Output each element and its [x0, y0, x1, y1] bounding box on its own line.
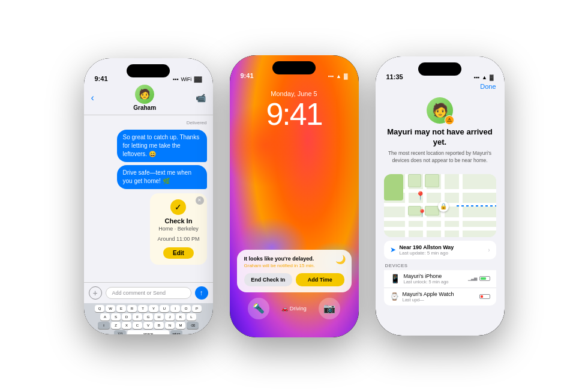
contact-avatar: 🧑 [135, 85, 154, 104]
kb-row-1: Q W E R T Y U I O P [86, 305, 211, 312]
message-input-bar: + Add comment or Send ↑ [84, 282, 213, 303]
alert-status-time: 11:35 [386, 73, 403, 80]
key-c[interactable]: C [133, 322, 142, 329]
alert-content: 🧑 ⚠ Mayuri may not have arrived yet. The… [376, 95, 505, 174]
key-h[interactable]: H [154, 313, 164, 321]
location-update: Last update: 5 min ago [400, 250, 485, 256]
add-attachment-button[interactable]: + [89, 286, 102, 300]
key-i[interactable]: I [170, 305, 180, 312]
devices-section: DEVICES 📱 Mayuri's iPhone Last unlock: 5… [384, 263, 496, 306]
notification-card: 🌙 It looks like you're delayed. Graham w… [237, 250, 352, 292]
key-k[interactable]: K [176, 313, 185, 321]
current-location-pin: 📍 [418, 209, 427, 217]
lockscreen-screen: 9:41 ▪▪▪ ▲ ▓ Monday, June 5 9:41 🌙 It lo… [230, 55, 359, 337]
key-j[interactable]: J [165, 313, 175, 321]
key-123[interactable]: 123 [114, 330, 126, 334]
devices-section-label: DEVICES [384, 263, 496, 268]
iphone-icon: 📱 [390, 274, 400, 283]
sent-message-2: Drive safe—text me when you get home! 🌿 [117, 165, 207, 189]
checkin-location: Home · Berkeley [157, 226, 199, 233]
checkin-close-button[interactable]: ✕ [196, 196, 204, 205]
key-n[interactable]: N [165, 322, 175, 329]
checkin-card: ✕ ✓ Check In Home · Berkeley Around 11:0… [150, 193, 206, 265]
alert-signal-icon: ▪▪▪ [473, 74, 479, 80]
key-u[interactable]: U [160, 305, 169, 312]
phone-lockscreen: 9:41 ▪▪▪ ▲ ▓ Monday, June 5 9:41 🌙 It lo… [230, 55, 359, 337]
key-g[interactable]: G [143, 313, 153, 321]
checkin-check-icon: ✓ [170, 199, 186, 215]
kb-row-4: 123 space return [86, 330, 211, 334]
notif-actions: End Check In Add Time [244, 273, 344, 286]
location-row[interactable]: ➤ Near 190 Allston Way Last update: 5 mi… [384, 241, 496, 259]
key-w[interactable]: W [106, 305, 115, 312]
key-p[interactable]: P [192, 305, 202, 312]
signal-bars: ▁▃▅ [468, 276, 477, 281]
wifi-icon: WiFi [181, 76, 191, 82]
messages-body: Delivered So great to catch up. Thanks f… [84, 115, 213, 270]
key-e[interactable]: E [116, 305, 126, 312]
location-info: Near 190 Allston Way Last update: 5 min … [400, 244, 485, 256]
done-button[interactable]: Done [480, 83, 496, 90]
key-q[interactable]: Q [95, 305, 104, 312]
key-b[interactable]: B [154, 322, 164, 329]
messages-screen: 9:41 ▪▪▪ WiFi ▓▓ ‹ 🧑 Graham 📹 Delivered [84, 58, 213, 334]
key-l[interactable]: L [187, 313, 196, 321]
key-a[interactable]: A [100, 313, 110, 321]
watch-battery-fill [481, 295, 484, 298]
alert-wifi-icon: ▲ [482, 74, 487, 80]
warning-badge: ⚠ [445, 115, 454, 125]
video-call-button[interactable]: 📹 [196, 93, 206, 103]
key-z[interactable]: Z [111, 322, 121, 329]
sent-message-1: So great to catch up. Thanks for letting… [117, 130, 207, 162]
flashlight-button[interactable]: 🔦 [248, 298, 269, 319]
key-return[interactable]: return [170, 330, 182, 334]
dynamic-island [127, 64, 170, 77]
battery-icon: ▓▓ [194, 76, 202, 82]
send-button[interactable]: ↑ [195, 286, 208, 300]
key-delete[interactable]: ⌫ [187, 322, 199, 329]
key-r[interactable]: R [127, 305, 137, 312]
watch-name: Mayuri's Apple Watch [403, 291, 475, 297]
iphone-name: Mayuri's iPhone [404, 273, 464, 279]
device-row-watch[interactable]: ⌚ Mayuri's Apple Watch Last upd— [384, 288, 496, 306]
add-time-button[interactable]: Add Time [296, 273, 344, 286]
contact-name: Graham [133, 104, 156, 111]
key-m[interactable]: M [176, 322, 185, 329]
location-icon: ➤ [390, 246, 396, 254]
key-space[interactable]: space [127, 330, 169, 334]
map-park [384, 174, 403, 201]
edit-button[interactable]: Edit [163, 247, 194, 259]
mayuri-avatar: 🧑 ⚠ [427, 97, 453, 124]
notif-title: It looks like you're delayed. [244, 256, 344, 262]
alert-status-icons: ▪▪▪ ▲ ▓ [473, 74, 493, 80]
lock-time: 9:41 [230, 96, 359, 132]
watch-update: Last upd— [403, 297, 475, 303]
message-input[interactable]: Add comment or Send [106, 287, 191, 299]
camera-button[interactable]: 📷 [319, 298, 340, 319]
road-h4 [384, 227, 496, 231]
road-h3 [384, 217, 496, 221]
end-checkin-button[interactable]: End Check In [244, 273, 293, 286]
alert-battery-icon: ▓ [490, 74, 494, 80]
back-button[interactable]: ‹ [91, 92, 94, 103]
battery-fill [481, 277, 487, 280]
location-trail [457, 205, 496, 207]
key-s[interactable]: S [111, 313, 121, 321]
status-time: 9:41 [95, 75, 108, 82]
key-t[interactable]: T [138, 305, 148, 312]
watch-battery [479, 294, 490, 299]
checkin-title: Check In [157, 217, 199, 225]
key-shift[interactable]: ⇧ [98, 322, 110, 329]
iphone-info: Mayuri's iPhone Last unlock: 5 min ago [404, 273, 464, 285]
device-row-iphone[interactable]: 📱 Mayuri's iPhone Last unlock: 5 min ago… [384, 270, 496, 288]
chevron-right-icon: › [488, 247, 490, 253]
key-y[interactable]: Y [149, 305, 158, 312]
lock-pin: 🔒 [438, 201, 449, 212]
notif-emoji: 🌙 [335, 255, 346, 264]
key-f[interactable]: F [133, 313, 142, 321]
key-d[interactable]: D [122, 313, 131, 321]
key-v[interactable]: V [143, 322, 153, 329]
iphone-battery [479, 276, 490, 281]
key-x[interactable]: X [122, 322, 131, 329]
key-o[interactable]: O [181, 305, 191, 312]
